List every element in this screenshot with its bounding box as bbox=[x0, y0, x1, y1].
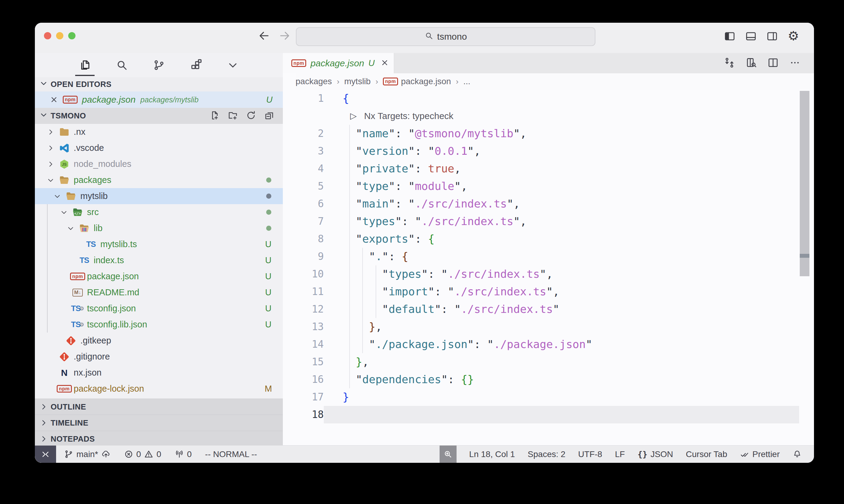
activity-more-views[interactable] bbox=[221, 54, 244, 77]
breadcrumb-item[interactable]: mytslib bbox=[344, 77, 371, 86]
code-line-11[interactable]: 11 "import": "./src/index.ts", bbox=[283, 283, 814, 301]
layout-sidebar-right-button[interactable] bbox=[765, 30, 779, 43]
code-line-1[interactable]: 1{ bbox=[283, 90, 814, 107]
tree-item-label: lib bbox=[94, 223, 102, 233]
tree-item--gitignore[interactable]: .gitignore bbox=[35, 348, 283, 365]
breadcrumb-item[interactable]: npmpackage.json bbox=[383, 77, 451, 86]
tree-item-mytslib-ts[interactable]: TSmytslib.tsU bbox=[35, 236, 283, 252]
activity-explorer[interactable] bbox=[73, 54, 97, 77]
layout-sidebar-left-button[interactable] bbox=[723, 30, 736, 43]
notifications[interactable] bbox=[792, 446, 802, 463]
chevron-right-icon[interactable] bbox=[44, 127, 57, 137]
tree-item-label: .nx bbox=[74, 127, 86, 137]
tree-item-packages[interactable]: packages bbox=[35, 172, 283, 188]
open-preview-button[interactable] bbox=[745, 57, 758, 70]
chevron-right-icon[interactable] bbox=[44, 159, 57, 169]
collapse-all-button[interactable] bbox=[264, 110, 276, 122]
tree-item--vscode[interactable]: .vscode bbox=[35, 140, 283, 156]
section-outline[interactable]: OUTLINE bbox=[35, 399, 283, 415]
ports-indicator[interactable]: 0 bbox=[175, 446, 192, 463]
forward-arrow-icon bbox=[278, 30, 291, 42]
editor-scrollbar[interactable] bbox=[800, 53, 809, 446]
remote-indicator[interactable] bbox=[35, 446, 56, 463]
tree-item-package-lock-json[interactable]: npmpackage-lock.jsonM bbox=[35, 381, 283, 397]
code-line-8[interactable]: 8 "exports": { bbox=[283, 230, 814, 248]
code-line-5[interactable]: 5 "type": "module", bbox=[283, 178, 814, 195]
activity-search[interactable] bbox=[110, 54, 133, 77]
activity-extensions[interactable] bbox=[184, 54, 207, 77]
sidebar: OPEN EDITORS npm package.json packages/m… bbox=[35, 53, 283, 446]
code-line-7[interactable]: 7 "types": "./src/index.ts", bbox=[283, 213, 814, 230]
section-notepads[interactable]: NOTEPADS bbox=[35, 431, 283, 447]
new-file-button[interactable] bbox=[209, 110, 221, 122]
encoding[interactable]: UTF-8 bbox=[578, 446, 602, 463]
chevron-down-icon[interactable] bbox=[44, 175, 57, 185]
problems-indicator[interactable]: 00 bbox=[124, 446, 161, 463]
code-line-2[interactable]: 2 "name": "@tsmono/mytslib", bbox=[283, 125, 814, 142]
tree-item-package-json[interactable]: npmpackage.jsonU bbox=[35, 268, 283, 284]
scrollbar-slider[interactable] bbox=[800, 91, 809, 276]
split-editor-button[interactable] bbox=[767, 57, 780, 70]
breadcrumb-item[interactable]: packages bbox=[296, 77, 332, 86]
layout-panel-button[interactable] bbox=[744, 30, 758, 43]
indentation[interactable]: Spaces: 2 bbox=[528, 446, 566, 463]
activity-source-control[interactable] bbox=[147, 54, 170, 77]
code-line-6[interactable]: 6 "main": "./src/index.ts", bbox=[283, 195, 814, 213]
code-line-18[interactable]: 18 bbox=[283, 406, 814, 424]
tab-package-json[interactable]: npm package.json U bbox=[283, 53, 394, 73]
code-line-13[interactable]: 13 }, bbox=[283, 318, 814, 336]
new-folder-button[interactable] bbox=[228, 110, 239, 122]
tree-item-nx-json[interactable]: Nnx.json bbox=[35, 365, 283, 381]
cursor-tab[interactable]: Cursor Tab bbox=[686, 446, 727, 463]
open-editors-header[interactable]: OPEN EDITORS bbox=[35, 77, 283, 91]
zoom-indicator[interactable] bbox=[440, 446, 457, 463]
zoom-window-button[interactable] bbox=[68, 32, 75, 39]
back-button[interactable] bbox=[258, 30, 271, 42]
forward-button[interactable] bbox=[278, 30, 291, 42]
close-tab-button[interactable] bbox=[380, 58, 391, 69]
code-line-17[interactable]: 17} bbox=[283, 388, 814, 406]
close-window-button[interactable] bbox=[44, 32, 51, 39]
codelens-row[interactable]: ▷Nx Targets: typecheck bbox=[283, 107, 814, 125]
code-line-12[interactable]: 12 "default": "./src/index.ts" bbox=[283, 301, 814, 318]
chevron-down-icon[interactable] bbox=[64, 223, 77, 234]
tree-item--gitkeep[interactable]: .gitkeep bbox=[35, 332, 283, 348]
command-center-search[interactable]: tsmono bbox=[296, 27, 596, 46]
code-line-10[interactable]: 10 "types": "./src/index.ts", bbox=[283, 265, 814, 283]
vim-mode-indicator[interactable]: -- NORMAL -- bbox=[205, 446, 257, 463]
chevron-down-icon[interactable] bbox=[51, 191, 64, 201]
tree-item-tsconfig-json[interactable]: TS⚙tsconfig.jsonU bbox=[35, 301, 283, 317]
code-line-15[interactable]: 15 }, bbox=[283, 353, 814, 371]
tree-item--nx[interactable]: .nx bbox=[35, 124, 283, 140]
code-line-4[interactable]: 4 "private": true, bbox=[283, 160, 814, 178]
language-mode[interactable]: {}JSON bbox=[638, 446, 673, 463]
code-line-14[interactable]: 14 "./package.json": "./package.json" bbox=[283, 336, 814, 353]
tree-item-tsconfig-lib-json[interactable]: TS⚙tsconfig.lib.jsonU bbox=[35, 317, 283, 332]
tree-item-node-modules[interactable]: JSnode_modules bbox=[35, 156, 283, 172]
code-line-3[interactable]: 3 "version": "0.0.1", bbox=[283, 142, 814, 160]
tree-item-README-md[interactable]: M↓README.mdU bbox=[35, 284, 283, 301]
chevron-down-icon[interactable] bbox=[57, 207, 71, 217]
eol[interactable]: LF bbox=[615, 446, 625, 463]
tree-item-index-ts[interactable]: TSindex.tsU bbox=[35, 252, 283, 268]
code-line-16[interactable]: 16 "dependencies": {} bbox=[283, 371, 814, 388]
tree-item-label: nx.json bbox=[74, 368, 102, 378]
tree-item-lib[interactable]: lib bbox=[35, 220, 283, 236]
project-header[interactable]: TSMONO bbox=[35, 108, 283, 124]
open-editor-item[interactable]: npm package.json packages/mytslib U bbox=[35, 91, 283, 108]
close-editor-button[interactable] bbox=[49, 94, 63, 105]
minimize-window-button[interactable] bbox=[56, 32, 63, 39]
breadcrumb-item[interactable]: ... bbox=[463, 77, 470, 86]
settings-gear-button[interactable]: ⚙ bbox=[787, 30, 800, 43]
open-changes-button[interactable] bbox=[724, 57, 736, 70]
cursor-position[interactable]: Ln 18, Col 1 bbox=[469, 446, 515, 463]
section-timeline[interactable]: TIMELINE bbox=[35, 415, 283, 431]
tree-item-src[interactable]: </>src bbox=[35, 204, 283, 220]
code-line-9[interactable]: 9 ".": { bbox=[283, 248, 814, 265]
chevron-right-icon[interactable] bbox=[44, 143, 57, 153]
tree-item-mytslib[interactable]: mytslib bbox=[35, 188, 283, 204]
formatter[interactable]: Prettier bbox=[740, 446, 780, 463]
run-icon: ▷ bbox=[350, 107, 357, 125]
refresh-button[interactable] bbox=[246, 110, 257, 122]
branch-indicator[interactable]: main* bbox=[64, 446, 111, 463]
